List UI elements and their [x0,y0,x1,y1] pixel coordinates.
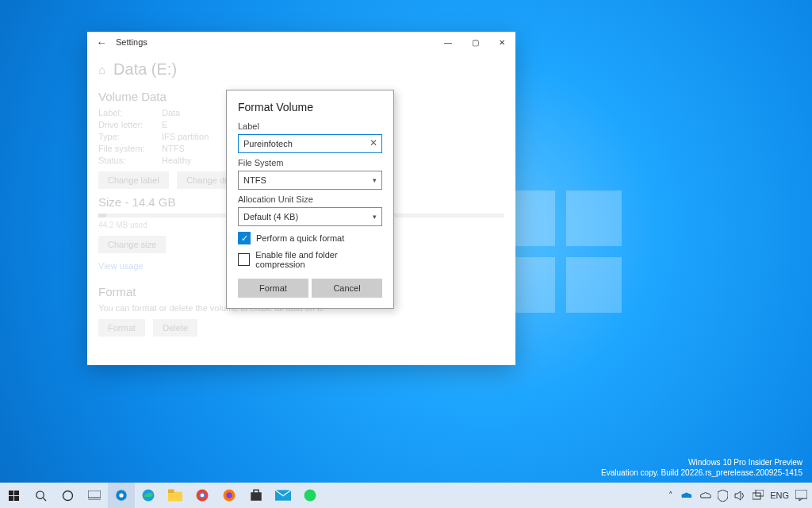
tray-cloud-icon[interactable] [699,491,711,500]
taskbar-app-settings[interactable] [108,483,135,508]
taskbar-app-edge[interactable] [135,483,162,508]
desktop-watermark: Windows 10 Pro Insider Preview Evaluatio… [601,457,802,478]
window-title: Settings [116,37,435,47]
dialog-cancel-button[interactable]: Cancel [312,279,382,298]
taskbar-app-explorer[interactable] [162,483,189,508]
taskbar-app-spotify[interactable] [297,483,324,508]
taskbar: ˄ ENG [0,483,812,508]
svg-point-0 [36,491,43,498]
taskbar-app-mail[interactable] [270,483,297,508]
svg-rect-21 [795,490,807,498]
format-volume-dialog: Format Volume Label ✕ File System NTFS ▾… [226,90,394,309]
svg-point-12 [201,494,205,498]
dialog-format-button[interactable]: Format [238,279,308,298]
tray-onedrive-icon[interactable] [680,491,692,500]
cortana-icon[interactable] [54,483,81,508]
svg-point-18 [304,490,316,502]
close-button[interactable]: ✕ [488,32,515,52]
taskbar-app-chrome[interactable] [189,483,216,508]
tray-language[interactable]: ENG [770,491,789,500]
svg-rect-9 [168,490,174,494]
allocation-select[interactable]: Default (4 KB) ▾ [238,207,382,226]
tray-defender-icon[interactable] [718,490,728,502]
checkbox-unchecked-icon [238,253,250,266]
filesystem-select[interactable]: NTFS ▾ [238,171,382,190]
tray-action-center-icon[interactable] [795,490,807,501]
minimize-button[interactable]: — [435,32,462,52]
allocation-field-label: Allocation Unit Size [238,194,382,204]
tray-chevron-up-icon[interactable]: ˄ [668,491,673,501]
chevron-down-icon: ▾ [373,213,377,221]
start-button[interactable] [0,483,27,508]
maximize-button[interactable]: ▢ [462,32,488,52]
compression-checkbox[interactable]: Enable file and folder compression [238,250,382,269]
filesystem-field-label: File System [238,158,382,167]
search-icon[interactable] [27,483,54,508]
checkbox-checked-icon: ✓ [238,232,251,244]
taskbar-app-firefox[interactable] [216,483,243,508]
desktop-windows-logo [500,190,622,313]
back-button[interactable]: ← [87,37,116,48]
svg-point-2 [63,491,72,500]
svg-point-6 [119,493,123,497]
chevron-down-icon: ▾ [373,176,377,184]
svg-rect-16 [254,490,259,494]
svg-rect-3 [88,491,101,498]
task-view-icon[interactable] [81,483,108,508]
clear-icon[interactable]: ✕ [370,137,377,148]
tray-volume-icon[interactable] [734,491,746,501]
label-input[interactable] [238,134,382,153]
dialog-title: Format Volume [238,101,382,114]
window-titlebar: ← Settings — ▢ ✕ [87,32,515,52]
taskbar-app-store[interactable] [243,483,270,508]
tray-network-icon[interactable] [753,490,764,501]
svg-point-14 [226,492,232,498]
quick-format-checkbox[interactable]: ✓ Perform a quick format [238,232,382,244]
svg-line-1 [43,498,46,501]
svg-rect-8 [168,492,182,502]
label-field-label: Label [238,121,382,131]
